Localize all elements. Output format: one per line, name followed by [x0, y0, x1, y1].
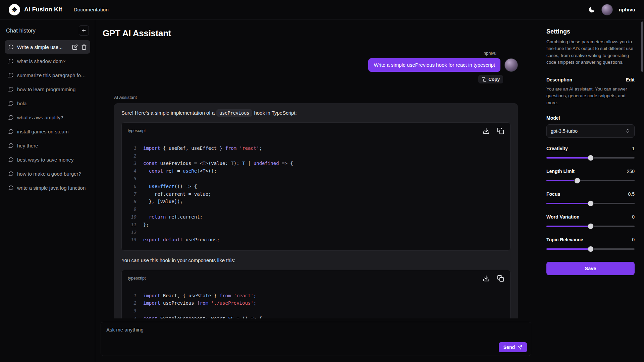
send-label: Send	[503, 345, 515, 350]
chat-history-sidebar: Chat history Write a simple use...what i…	[0, 19, 95, 362]
slider-value: 250	[627, 169, 635, 174]
ai-intro-text: Sure! Here's a simple implementation of …	[121, 109, 511, 117]
model-label: Model	[546, 115, 560, 121]
chat-history-item[interactable]: what is shadow dom?	[5, 54, 90, 68]
ai-message: AI Assistant Sure! Here's a simple imple…	[114, 95, 518, 318]
save-button[interactable]: Save	[546, 262, 635, 275]
slider-value: 0	[632, 237, 635, 242]
user-avatar[interactable]	[601, 4, 613, 15]
slider-focus: Focus0.5	[546, 191, 635, 206]
copy-code-button[interactable]	[497, 275, 504, 282]
sliders-container: Creativity1Length Limit250Focus0.5Word V…	[546, 146, 635, 252]
brand-title: AI Fusion Kit	[24, 6, 62, 13]
slider-track[interactable]	[546, 155, 635, 161]
description-label: Description	[546, 77, 572, 82]
page-scrollbar[interactable]	[641, 21, 643, 72]
code-content: 1import { useRef, useEffect } from 'reac…	[122, 136, 510, 250]
chat-history-item[interactable]: Write a simple use...	[5, 40, 90, 54]
chat-messages: nphivu Write a simple usePrevious hook f…	[95, 45, 537, 318]
slider-track[interactable]	[546, 178, 635, 183]
settings-title: Settings	[546, 28, 635, 35]
code-block: typescript1import { useRef, useEffect } …	[121, 122, 511, 251]
model-select[interactable]: gpt-3.5-turbo	[546, 124, 635, 138]
chat-bubble-icon	[8, 115, 14, 120]
chat-bubble-icon	[8, 143, 14, 148]
chat-item-label: how to make a good burger?	[17, 171, 87, 177]
slider-thumb[interactable]	[588, 201, 593, 206]
brand[interactable]: ❉ AI Fusion Kit	[9, 4, 62, 15]
download-code-button[interactable]	[483, 275, 490, 282]
chat-bubble-icon	[8, 129, 14, 134]
chat-history-item[interactable]: hey there	[5, 139, 90, 152]
chat-bubble-icon	[8, 58, 14, 64]
chat-history-item[interactable]: best ways to save money	[5, 153, 90, 166]
slider-thumb[interactable]	[588, 155, 593, 161]
nav-documentation[interactable]: Documentation	[74, 7, 109, 13]
new-chat-button[interactable]	[79, 25, 89, 36]
moon-icon	[588, 6, 595, 13]
user-message-avatar	[504, 58, 518, 72]
delete-chat-icon[interactable]	[81, 44, 87, 50]
chat-history-item[interactable]: what is aws amplify?	[5, 111, 90, 124]
slider-thumb[interactable]	[588, 246, 593, 252]
chat-history-item[interactable]: how to learn programming	[5, 82, 90, 96]
slider-track[interactable]	[546, 201, 635, 206]
chat-bubble-icon	[8, 101, 14, 106]
chat-bubble-icon	[8, 157, 14, 163]
code-block: typescript1import React, { useState } fr…	[121, 270, 511, 318]
ai-between-text: You can use this hook in your components…	[121, 257, 511, 264]
message-input[interactable]	[101, 322, 531, 356]
code-content: 1import React, { useState } from 'react'…	[122, 284, 510, 318]
send-button[interactable]: Send	[499, 342, 527, 352]
chat-history-item[interactable]: write a simple java log function	[5, 181, 90, 194]
copy-icon	[482, 77, 486, 82]
slider-track[interactable]	[546, 224, 635, 229]
copy-message-button[interactable]: Copy	[478, 75, 503, 83]
ai-message-card: Sure! Here's a simple implementation of …	[114, 103, 518, 318]
slider-value: 1	[632, 146, 635, 151]
slider-value: 0.5	[628, 191, 635, 197]
navbar: ❉ AI Fusion Kit Documentation nphivu	[0, 0, 644, 19]
settings-description: Combining these parameters allows you to…	[546, 39, 635, 66]
system-prompt-text: You are an AI assistant. You can answer …	[546, 86, 635, 106]
chat-bubble-icon	[8, 171, 14, 177]
slider-thumb[interactable]	[575, 178, 580, 183]
slider-label: Creativity	[546, 146, 568, 151]
slider-label: Word Variation	[546, 214, 580, 220]
chat-history-item[interactable]: how to make a good burger?	[5, 167, 90, 180]
message-composer: Send	[101, 322, 531, 356]
download-code-button[interactable]	[483, 127, 490, 134]
slider-word-variation: Word Variation0	[546, 214, 635, 229]
edit-chat-icon[interactable]	[72, 44, 78, 50]
user-message-author: nphivu	[484, 51, 496, 56]
theme-toggle-button[interactable]	[588, 6, 595, 13]
app-logo-icon: ❉	[9, 4, 20, 15]
code-language-label: typescript	[128, 128, 146, 133]
slider-thumb[interactable]	[588, 224, 593, 229]
code-block-slot-2: typescript1import React, { useState } fr…	[121, 270, 511, 318]
slider-label: Focus	[546, 191, 560, 197]
chat-item-label: install games on steam	[17, 129, 87, 134]
code-block-slot-1: typescript1import { useRef, useEffect } …	[121, 122, 511, 251]
edit-description-button[interactable]: Edit	[626, 77, 635, 82]
plus-icon	[81, 28, 87, 33]
slider-track[interactable]	[546, 246, 635, 252]
chat-history-item[interactable]: install games on steam	[5, 125, 90, 138]
chat-bubble-icon	[8, 44, 14, 50]
slider-label: Topic Relevance	[546, 237, 583, 242]
inline-code: usePrevious	[216, 109, 252, 117]
chat-history-title: Chat history	[6, 27, 36, 34]
chat-item-label: best ways to save money	[17, 157, 87, 163]
slider-creativity: Creativity1	[546, 146, 635, 161]
send-icon	[518, 345, 522, 350]
model-value: gpt-3.5-turbo	[551, 128, 578, 134]
slider-topic-relevance: Topic Relevance0	[546, 237, 635, 252]
settings-panel: Settings Combining these parameters allo…	[537, 19, 644, 362]
slider-value: 0	[632, 214, 635, 220]
ai-message-author: AI Assistant	[114, 95, 518, 100]
copy-code-button[interactable]	[497, 127, 504, 134]
chat-history-item[interactable]: summarize this paragraph for ...	[5, 68, 90, 82]
chat-bubble-icon	[8, 185, 14, 191]
chat-history-item[interactable]: hola	[5, 97, 90, 110]
user-message-bubble: Write a simple usePrevious hook for reac…	[368, 58, 500, 72]
